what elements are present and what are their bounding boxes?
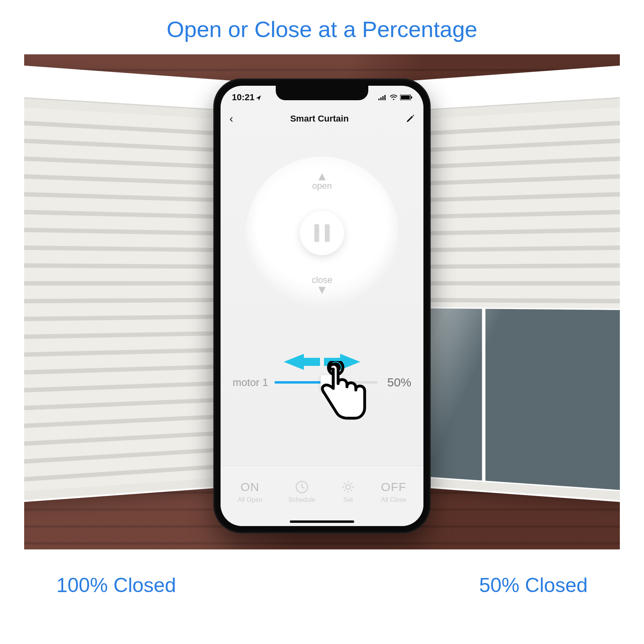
slider-fill <box>275 381 326 384</box>
home-indicator[interactable] <box>290 520 354 523</box>
drag-hint-arrows <box>233 354 411 370</box>
phone-frame: 10:21 ‹ Smart Curtain ▲ open <box>213 78 431 533</box>
slider-thumb[interactable] <box>320 375 332 390</box>
all-close-sub: All Close <box>381 496 407 504</box>
arrow-right-icon <box>340 354 360 370</box>
motor-label: motor 1 <box>233 376 269 389</box>
footer-left-label: 100% Closed <box>56 574 176 597</box>
svg-point-10 <box>346 485 350 489</box>
gear-icon <box>341 480 355 494</box>
position-slider[interactable] <box>275 381 378 384</box>
schedule-sub: Schedule <box>288 496 315 504</box>
set-sub: Set <box>343 496 353 504</box>
back-button[interactable]: ‹ <box>229 112 233 125</box>
arrow-left-icon <box>284 354 304 370</box>
page-heading: Open or Close at a Percentage <box>0 0 644 54</box>
status-time: 10:21 <box>232 92 254 103</box>
screen-title: Smart Curtain <box>290 114 349 124</box>
wifi-icon <box>390 95 398 100</box>
open-label[interactable]: open <box>312 181 332 191</box>
footer-labels: 100% Closed 50% Closed <box>24 561 620 597</box>
signal-icon <box>378 95 387 100</box>
all-close-button[interactable]: OFF All Close <box>381 480 407 504</box>
svg-rect-6 <box>411 96 412 99</box>
phone-screen: 10:21 ‹ Smart Curtain ▲ open <box>221 86 423 526</box>
svg-rect-2 <box>382 96 384 100</box>
percent-value: 50% <box>383 376 411 389</box>
pause-button[interactable] <box>300 211 344 255</box>
all-close-big: OFF <box>381 480 407 494</box>
location-icon <box>256 94 262 101</box>
svg-rect-5 <box>401 95 410 99</box>
edit-icon[interactable] <box>406 114 415 123</box>
phone-notch <box>276 86 368 100</box>
all-open-big: ON <box>241 480 260 494</box>
svg-rect-1 <box>380 97 382 100</box>
product-photo: 10:21 ‹ Smart Curtain ▲ open <box>24 54 620 549</box>
slider-area: motor 1 50% <box>233 354 411 389</box>
app-nav-bar: ‹ Smart Curtain <box>221 109 423 128</box>
touch-hand-icon <box>320 361 369 421</box>
clock-icon <box>295 480 309 494</box>
chevron-down-icon[interactable]: ▼ <box>316 284 328 296</box>
footer-right-label: 50% Closed <box>479 574 588 597</box>
control-dial: ▲ open close ▼ <box>246 157 398 310</box>
all-open-button[interactable]: ON All Open <box>237 480 262 504</box>
svg-rect-0 <box>378 99 380 100</box>
bottom-toolbar: ON All Open Schedule Set OFF All Close <box>221 466 423 526</box>
svg-rect-3 <box>384 95 386 100</box>
set-button[interactable]: Set <box>341 480 355 504</box>
schedule-button[interactable]: Schedule <box>288 480 315 504</box>
all-open-sub: All Open <box>237 496 262 504</box>
battery-icon <box>400 95 412 100</box>
